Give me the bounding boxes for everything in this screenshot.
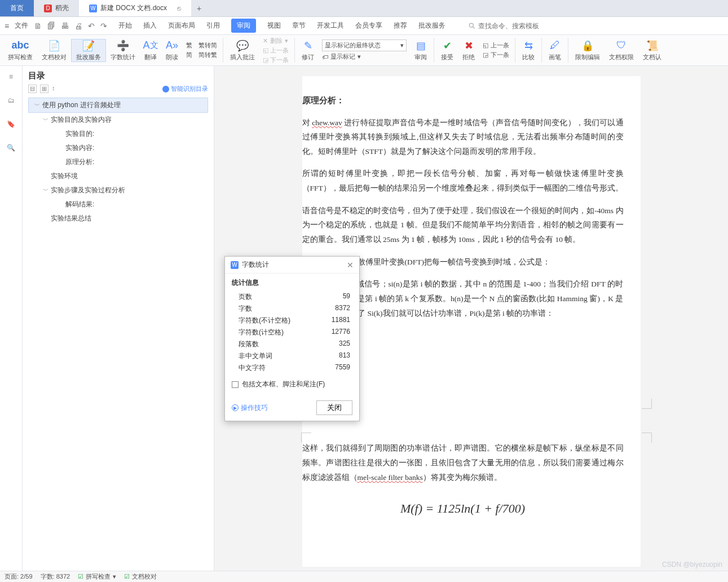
restrict-edit-button[interactable]: 🔒限制编辑: [571, 39, 605, 61]
lock-icon: 🔒: [581, 39, 594, 52]
quick-access: ≡ 文件 🗎 🗐 🖶 🖨 ↶ ↷: [5, 21, 107, 30]
read-aloud-button[interactable]: A»朗读: [161, 39, 183, 61]
toc-item[interactable]: ﹀使用 python 进行音频处理: [28, 98, 208, 113]
left-icon-rail: ≡ 🗂 🔖 🔍: [0, 66, 23, 571]
toc-item[interactable]: 解码结果:: [28, 197, 208, 211]
file-menu[interactable]: 文件: [15, 21, 28, 30]
toc-item[interactable]: 实验结果总结: [28, 211, 208, 226]
menu-member[interactable]: 会员专享: [355, 17, 382, 34]
operation-tips-link[interactable]: ▶ 操作技巧: [232, 403, 268, 413]
toc-list: ﹀使用 python 进行音频处理﹀实验目的及实验内容实验目的:实验内容:原理分…: [28, 98, 208, 566]
menu-reference[interactable]: 引用: [206, 17, 220, 34]
spellcheck-button[interactable]: abc拼写检查: [3, 39, 37, 61]
toc-item[interactable]: 原理分析:: [28, 155, 208, 169]
toc-item-label: 实验内容:: [65, 143, 94, 153]
review-service-button[interactable]: 📝批改服务: [71, 39, 106, 62]
print-preview-icon[interactable]: 🖨: [74, 21, 82, 30]
next-change[interactable]: ◲ 下一条: [483, 51, 509, 59]
doc-auth-button[interactable]: 📜文档认: [638, 39, 666, 61]
markup-display-dropdown[interactable]: 显示标记的最终状态▾: [322, 39, 407, 51]
expand-all-icon[interactable]: ⊞: [40, 85, 48, 93]
print-icon[interactable]: 🖶: [61, 21, 69, 30]
doc-paragraph: 语音信号是不稳定的时变信号，但为了便于处理，我们假设在一个很短的时间内，如-40…: [302, 204, 624, 247]
menu-start[interactable]: 开始: [118, 17, 132, 34]
hamburger-icon[interactable]: ≡: [5, 21, 9, 30]
toc-tool-icons: ⊟ ⊞ ↕: [28, 85, 55, 93]
tab-document[interactable]: W 新建 DOCX 文档.docx ⎋: [79, 0, 191, 16]
status-proof[interactable]: ☑文档校对: [124, 572, 157, 581]
reject-button[interactable]: ✖拒绝: [458, 39, 479, 61]
simp-to-trad[interactable]: 简 简转繁: [186, 51, 217, 59]
redo-icon[interactable]: ↷: [100, 21, 107, 30]
comment-nav-group: ✕ 删除▾ ◱ 上一条 ◲ 下一条: [259, 37, 292, 64]
save-as-icon[interactable]: 🗐: [47, 21, 55, 30]
tab-add[interactable]: +: [191, 0, 207, 16]
compare-button[interactable]: ⇆比较: [518, 39, 539, 61]
menu-tabs: 开始 插入 页面布局 引用 审阅 视图 章节 开发工具 会员专享 推荐 批改服务: [118, 17, 445, 34]
tab-daoke[interactable]: D 稻壳: [34, 0, 79, 16]
dialog-titlebar[interactable]: W 字数统计 ✕: [225, 257, 359, 274]
menu-review[interactable]: 审阅: [231, 19, 256, 33]
prev-comment[interactable]: ◱ 上一条: [263, 46, 289, 55]
separator: [223, 38, 223, 63]
menu-recommend[interactable]: 推荐: [394, 17, 407, 34]
doc-paragraph: 对 chew.wav 进行特征提取声音信号本是一维时域信号（声音信号随时间变化）…: [302, 116, 624, 159]
word-count-icon: ➗: [117, 39, 129, 52]
word-count-button[interactable]: ➗字数统计: [106, 39, 140, 61]
undo-icon[interactable]: ↶: [88, 21, 95, 30]
toc-item[interactable]: ﹀实验步骤及实验过程分析: [28, 183, 208, 197]
page-corner: [642, 433, 652, 443]
doc-paragraph: 这样，我们就得到了周期图的功率谱估计，即声谱图。它的横坐标是帧下标，纵坐标是不同…: [302, 441, 624, 484]
next-comment[interactable]: ◲ 下一条: [263, 56, 289, 64]
stat-row: 段落数325: [232, 338, 352, 350]
rail-clipboard-icon[interactable]: 🗂: [5, 94, 17, 107]
tab-home[interactable]: 首页: [0, 0, 34, 16]
toc-item[interactable]: 实验目的:: [28, 127, 208, 141]
dialog-close-button[interactable]: 关闭: [316, 400, 352, 415]
trad-to-simp[interactable]: 繁 繁转简: [186, 41, 217, 50]
save-icon[interactable]: 🗎: [34, 21, 42, 30]
dialog-close-x[interactable]: ✕: [347, 261, 354, 270]
menu-chapter[interactable]: 章节: [292, 17, 306, 34]
rail-outline-icon[interactable]: ≡: [5, 70, 17, 83]
status-word-count[interactable]: 字数: 8372: [41, 572, 70, 581]
tab-share-icon[interactable]: ⎋: [177, 5, 181, 12]
watermark: CSDN @biyezuopin: [662, 561, 722, 568]
rail-bookmark-icon[interactable]: 🔖: [5, 118, 17, 130]
search-input[interactable]: [478, 22, 557, 30]
rail-search-icon[interactable]: 🔍: [5, 142, 17, 154]
toc-item[interactable]: 实验内容:: [28, 141, 208, 155]
collapse-all-icon[interactable]: ⊟: [28, 85, 37, 93]
translate-button[interactable]: A文翻译: [140, 39, 161, 61]
chevron-down-icon: ﹀: [43, 187, 48, 195]
check-icon: ☑: [124, 573, 130, 580]
menu-devtools[interactable]: 开发工具: [317, 17, 344, 34]
track-changes-button[interactable]: ✎修订: [297, 39, 319, 61]
toc-item[interactable]: ﹀实验目的及实验内容: [28, 113, 208, 127]
search-icon: [468, 22, 476, 30]
insert-comment-button[interactable]: 💬插入批注: [226, 39, 259, 61]
toc-item[interactable]: 实验环境: [28, 169, 208, 183]
pen-button[interactable]: 🖊画笔: [544, 39, 566, 61]
smart-toc-link[interactable]: 智能识别目录: [162, 85, 208, 93]
status-page[interactable]: 页面: 2/59: [5, 572, 33, 581]
delete-comment[interactable]: ✕ 删除▾: [263, 37, 289, 45]
review-pane-button[interactable]: ▤审阅: [410, 39, 431, 61]
doc-permission-button[interactable]: 🛡文档权限: [605, 39, 638, 61]
menu-insert[interactable]: 插入: [143, 17, 157, 34]
command-search[interactable]: [468, 22, 557, 30]
toc-panel: 目录 ⊟ ⊞ ↕ 智能识别目录 ﹀使用 python 进行音频处理﹀实验目的及实…: [23, 66, 214, 571]
menu-page-layout[interactable]: 页面布局: [168, 17, 195, 34]
accept-button[interactable]: ✔接受: [436, 39, 458, 61]
include-textbox-checkbox[interactable]: 包括文本框、脚注和尾注(F): [232, 380, 352, 389]
menu-review-service[interactable]: 批改服务: [418, 17, 445, 34]
pane-icon: ▤: [414, 39, 427, 52]
status-spellcheck[interactable]: ☑拼写检查 ▾: [78, 572, 116, 581]
menu-view[interactable]: 视图: [267, 17, 281, 34]
stat-row: 非中文单词813: [232, 350, 352, 362]
sort-icon[interactable]: ↕: [52, 85, 55, 93]
show-marks[interactable]: 🏷 显示标记▾: [322, 52, 407, 61]
prev-change[interactable]: ◱ 上一条: [483, 41, 509, 50]
doc-paragraph: 所谓的短时傅里叶变换，即把一段长信号分帧、加窗，再对每一帧做快速傅里叶变换（FF…: [302, 166, 624, 195]
doc-proof-button[interactable]: 📄文档校对: [37, 39, 71, 61]
